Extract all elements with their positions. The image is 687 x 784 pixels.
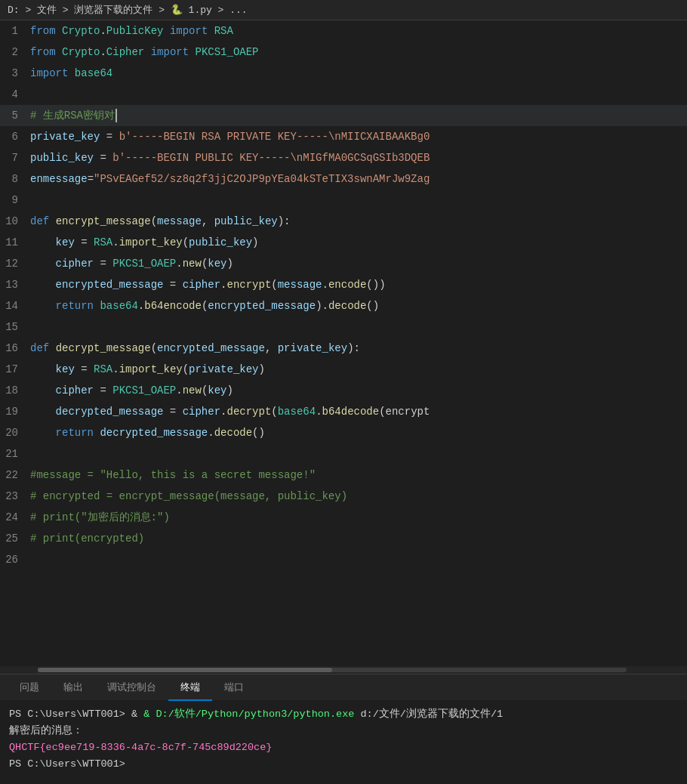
line-number: 6	[0, 126, 30, 147]
token: import_key	[119, 363, 183, 375]
scrollbar[interactable]	[0, 666, 687, 674]
code-line-26: 26	[0, 549, 687, 570]
line-content: encrypted_message = cipher.encrypt(messa…	[30, 274, 687, 295]
line-content: #message = "Hello, this is a secret mess…	[30, 465, 687, 486]
token	[30, 258, 56, 270]
token: (	[183, 236, 189, 248]
terminal-panel[interactable]: PS C:\Users\WTT001> & & D:/软件/Python/pyt…	[0, 700, 687, 784]
line-content: def encrypt_message(message, public_key)…	[30, 211, 687, 232]
code-line-19: 19 decrypted_message = cipher.decrypt(ba…	[0, 401, 687, 422]
panel-tab-调试控制台[interactable]: 调试控制台	[95, 674, 168, 701]
line-number: 23	[0, 486, 30, 507]
token: decrypt_message	[56, 342, 151, 354]
token	[68, 67, 74, 79]
token	[56, 25, 62, 37]
line-number: 18	[0, 380, 30, 401]
line-content: enmessage="PSvEAGef52/sz8q2f3jjC2OJP9pYE…	[30, 168, 687, 190]
scrollbar-thumb[interactable]	[38, 668, 332, 672]
line-content: from Crypto.PublicKey import RSA	[30, 20, 687, 42]
code-line-9: 9	[0, 190, 687, 211]
token: return	[56, 427, 94, 439]
token: public_key	[214, 215, 278, 227]
line-number: 5	[0, 105, 30, 126]
line-content: return decrypted_message.decode()	[30, 422, 687, 443]
line-number: 1	[0, 20, 30, 42]
line-number: 15	[0, 316, 30, 338]
panel-tab-终端[interactable]: 终端	[168, 674, 212, 701]
token: b'-----BEGIN RSA PRIVATE KEY-----\nMIICX…	[119, 131, 430, 143]
token: .	[316, 406, 322, 418]
token: key	[208, 384, 226, 397]
token: (	[271, 279, 277, 291]
line-content: from Crypto.Cipher import PKCS1_OAEP	[30, 42, 687, 63]
token: new	[183, 384, 202, 397]
token: ,	[265, 342, 278, 354]
line-number: 2	[0, 42, 30, 63]
code-line-17: 17 key = RSA.import_key(private_key)	[0, 359, 687, 380]
code-line-20: 20 return decrypted_message.decode()	[0, 422, 687, 443]
code-line-18: 18 cipher = PKCS1_OAEP.new(key)	[0, 380, 687, 401]
token: # print("加密后的消息:")	[30, 511, 170, 523]
token: =	[100, 131, 119, 143]
panel-tab-问题[interactable]: 问题	[8, 674, 51, 701]
token: )	[252, 236, 258, 248]
token: private_key	[189, 363, 258, 375]
token: ()	[366, 300, 379, 312]
terminal-exe: & D:/软件/Python/python3/python.exe	[143, 708, 354, 720]
token: def	[30, 215, 49, 227]
line-number: 22	[0, 465, 30, 486]
token: import	[170, 25, 208, 37]
token: =	[88, 173, 94, 185]
token: PKCS1_OAEP	[196, 46, 259, 58]
token: "PSvEAGef52/sz8q2f3jjC2OJP9pYEa04kSTeTIX…	[94, 173, 430, 185]
line-content: private_key = b'-----BEGIN RSA PRIVATE K…	[30, 126, 687, 147]
token: from	[30, 25, 56, 37]
token: .	[138, 300, 144, 312]
token: ()	[252, 427, 265, 439]
token: cipher	[56, 384, 94, 397]
panel-tab-输出[interactable]: 输出	[51, 674, 95, 701]
token: (	[151, 342, 157, 354]
code-line-22: 22#message = "Hello, this is a secret me…	[0, 465, 687, 486]
token: decode	[328, 300, 366, 312]
token: import	[30, 67, 68, 79]
token: key	[56, 363, 75, 375]
code-line-1: 1from Crypto.PublicKey import RSA	[0, 20, 687, 42]
token: import	[151, 46, 189, 58]
token: b64decode	[322, 406, 380, 418]
code-line-21: 21	[0, 443, 687, 465]
code-line-4: 4	[0, 84, 687, 105]
terminal-flag: QHCTF{ec9ee719-8336-4a7c-8c7f-745c89d220…	[9, 742, 272, 753]
line-content: key = RSA.import_key(private_key)	[30, 359, 687, 380]
terminal-line: PS C:\Users\WTT001>	[9, 756, 678, 773]
line-number: 25	[0, 528, 30, 549]
token: private_key	[30, 131, 100, 143]
token: .	[100, 25, 106, 37]
token: private_key	[278, 342, 347, 354]
token: PKCS1_OAEP	[112, 258, 176, 270]
token	[30, 406, 56, 418]
token: =	[94, 258, 112, 270]
token: cipher	[183, 279, 220, 291]
line-content: # print(encrypted)	[30, 528, 687, 549]
token: ())	[366, 279, 385, 291]
line-content: cipher = PKCS1_OAEP.new(key)	[30, 380, 687, 401]
token: b64encode	[144, 300, 202, 312]
panel-tabs: 问题输出调试控制台终端端口	[0, 674, 687, 700]
token: =	[94, 152, 112, 164]
line-number: 10	[0, 211, 30, 232]
code-line-6: 6private_key = b'-----BEGIN RSA PRIVATE …	[0, 126, 687, 147]
panel-tab-端口[interactable]: 端口	[212, 674, 256, 701]
token: import_key	[119, 236, 183, 248]
line-content: key = RSA.import_key(public_key)	[30, 232, 687, 253]
token: Cipher	[106, 46, 144, 58]
token: =	[75, 363, 94, 375]
token: cipher	[183, 406, 220, 418]
line-number: 3	[0, 63, 30, 84]
scrollbar-track[interactable]	[38, 668, 627, 672]
token: encode	[328, 279, 366, 291]
token: encrypted_message	[56, 279, 164, 291]
code-editor: 1from Crypto.PublicKey import RSA2from C…	[0, 20, 687, 666]
token: message	[157, 215, 202, 227]
line-number: 26	[0, 549, 30, 570]
